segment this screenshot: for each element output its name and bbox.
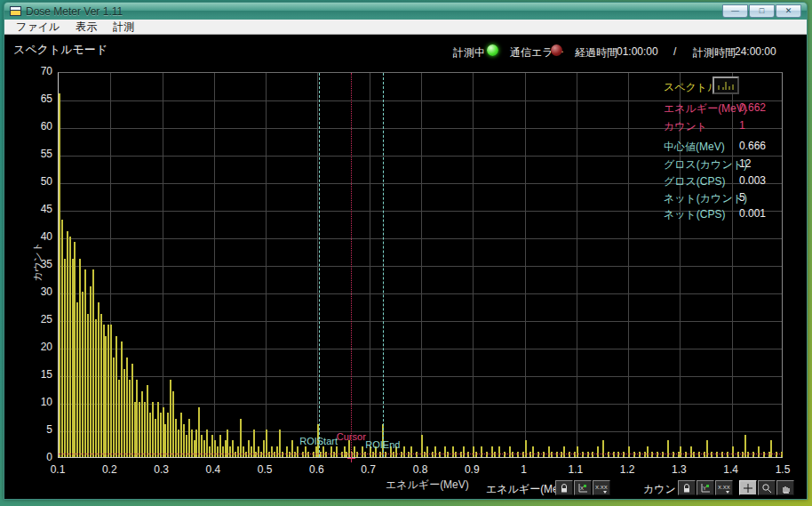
histogram-bar [232, 440, 234, 457]
histogram-bar [268, 452, 270, 457]
zoom-tool-button[interactable] [758, 480, 776, 495]
histogram-bar [307, 452, 309, 457]
x-tick-label: 0.9 [456, 463, 488, 476]
histogram-bar [333, 452, 335, 457]
histogram-bar [776, 452, 777, 457]
histogram-bar [651, 452, 653, 457]
histogram-bar [87, 314, 89, 457]
histogram-bar [157, 402, 159, 457]
menu-measure[interactable]: 計測 [105, 20, 142, 35]
roi-start-line[interactable] [319, 73, 320, 457]
gross-count-label: グロス(カウント) [664, 157, 747, 173]
histogram-bar [282, 452, 283, 457]
cursor-y-line[interactable] [59, 454, 782, 454]
cursor-cross-marker[interactable] [347, 450, 355, 458]
hand-icon [780, 483, 791, 494]
histogram-bar [432, 452, 434, 457]
menu-view[interactable]: 表示 [68, 20, 105, 35]
gridline [628, 73, 629, 457]
histogram-bar [286, 446, 288, 457]
gridline [525, 73, 526, 457]
histogram-bar [237, 446, 239, 457]
histogram-bar [463, 446, 465, 457]
histogram-bar [144, 402, 146, 457]
x-tick-label: 0.7 [353, 463, 385, 476]
window-controls: — □ ✕ [722, 4, 801, 18]
title-bar[interactable]: Dose Meter Ver 1.11 — □ ✕ [4, 3, 807, 20]
histogram-bar [509, 446, 511, 457]
histogram-bar [110, 325, 112, 457]
cursor-move-tool-button[interactable] [739, 480, 757, 495]
histogram-bar [271, 446, 273, 457]
autoscale-y-icon: Y [700, 483, 711, 494]
roi-end-label: ROIEnd [365, 439, 400, 450]
histogram-bar [563, 446, 565, 457]
histogram-bar [362, 446, 363, 457]
maximize-button[interactable]: □ [749, 4, 775, 18]
close-button[interactable]: ✕ [776, 4, 801, 18]
histogram-bar [67, 231, 68, 457]
y-tick-label: 55 [24, 148, 52, 160]
histogram-bar [64, 259, 66, 457]
histogram-bar [597, 446, 599, 457]
histogram-bar [76, 302, 78, 457]
cursor-energy-label: エネルギー(MeV) [664, 101, 747, 116]
lock-x-scale-button[interactable] [555, 480, 573, 495]
histogram-bar [209, 446, 211, 457]
histogram-bar [72, 259, 74, 457]
histogram-bar [90, 286, 92, 457]
y-tick-label: 5 [24, 423, 52, 436]
x-tick-label: 1.5 [767, 463, 799, 476]
svg-text:X.XX: X.XX [595, 485, 608, 490]
histogram-bar [155, 419, 156, 457]
lock-y-scale-button[interactable] [678, 480, 696, 495]
histogram-bar [139, 402, 140, 457]
histogram-bar [131, 364, 133, 457]
histogram-bar [685, 452, 687, 457]
histogram-bar [727, 452, 728, 457]
histogram-bar [768, 452, 770, 457]
pan-tool-button[interactable] [776, 480, 794, 495]
histogram-bar [577, 446, 578, 457]
histogram-bar [170, 380, 171, 457]
x-tick-label: 0.3 [146, 463, 178, 476]
roi-start-label: ROIStart [299, 436, 338, 446]
cursor-x-line[interactable] [351, 73, 352, 457]
histogram-bar [129, 380, 131, 457]
histogram-bar [172, 391, 174, 457]
histogram-bar [305, 446, 306, 457]
menu-file[interactable]: ファイル [8, 20, 68, 35]
histogram-bar [263, 440, 265, 457]
histogram-bar [214, 440, 216, 457]
y-tick-label: 15 [24, 368, 52, 381]
x-tick-label: 0.6 [300, 463, 332, 476]
y-scale-format-button[interactable]: X.XX [715, 480, 733, 495]
autoscale-y-button[interactable]: Y [697, 480, 714, 495]
histogram-bar [100, 314, 102, 457]
y-tick-label: 10 [24, 396, 52, 408]
autoscale-x-button[interactable]: X [574, 480, 592, 495]
gridline [214, 73, 215, 457]
histogram-bar [732, 446, 734, 457]
histogram-bar [217, 446, 219, 457]
time-separator: / [673, 45, 676, 58]
histogram-bar [667, 440, 669, 457]
gridline [59, 266, 782, 267]
roi-end-line[interactable] [383, 73, 384, 457]
x-scale-format-button[interactable]: X.XX [593, 480, 610, 495]
histogram-bar [92, 269, 94, 457]
histogram-bar [529, 452, 531, 457]
histogram-bar [198, 407, 200, 457]
histogram-bar [322, 446, 324, 457]
histogram-bar [245, 452, 247, 457]
minimize-button[interactable]: — [722, 4, 748, 18]
histogram-bar [180, 413, 182, 457]
histogram-bar [633, 452, 635, 457]
histogram-bar [690, 446, 692, 457]
histogram-bar [74, 242, 76, 457]
histogram-bar [447, 452, 449, 457]
histogram-bar [781, 452, 783, 457]
histogram-bar [582, 452, 584, 457]
legend-plot-style-button[interactable] [712, 76, 739, 94]
histogram-bar [721, 452, 723, 457]
